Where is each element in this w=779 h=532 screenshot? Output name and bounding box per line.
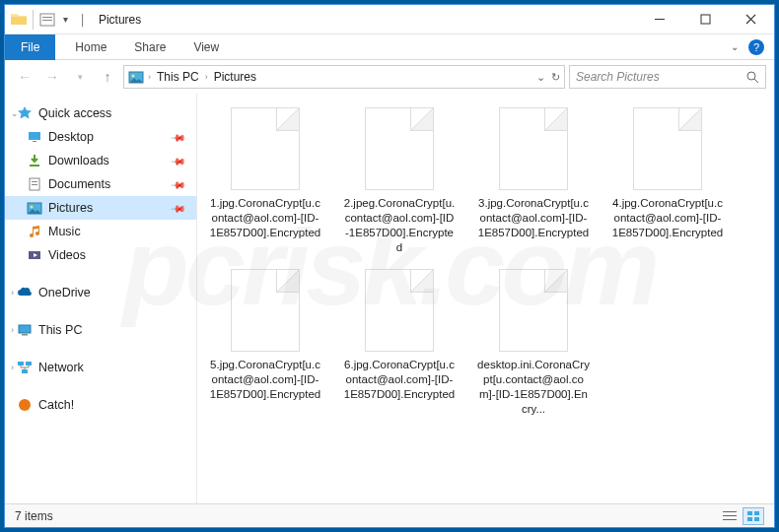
tab-share[interactable]: Share [120,34,179,60]
svg-rect-24 [723,511,737,512]
documents-icon [27,176,42,192]
svg-point-23 [19,399,31,411]
forward-button[interactable]: → [40,65,64,89]
explorer-window: ▾ │ Pictures File Home Share View ⌄ ? ← [4,4,775,528]
svg-rect-28 [754,511,759,515]
file-icon [365,269,434,352]
svg-rect-26 [723,519,737,520]
sidebar-item-label: Documents [48,177,110,191]
file-item[interactable]: 1.jpg.CoronaCrypt[u.contact@aol.com]-[ID… [205,103,325,259]
window-title: Pictures [95,13,141,27]
desktop-icon [27,129,42,145]
pin-icon: 📌 [171,200,186,216]
file-name: 4.jpg.CoronaCrypt[u.contact@aol.com]-[ID… [611,196,724,240]
sidebar-item-pictures[interactable]: Pictures📌 [5,196,196,220]
search-icon [746,71,759,84]
svg-rect-18 [19,325,31,333]
sidebar-item-desktop[interactable]: Desktop📌 [5,125,196,149]
file-item[interactable]: 2.jpeg.CoronaCrypt[u.contact@aol.com]-[I… [339,103,460,259]
file-item[interactable]: 6.jpg.CoronaCrypt[u.contact@aol.com]-[ID… [339,265,460,421]
file-icon [231,269,300,352]
pc-icon [17,322,33,338]
search-input[interactable]: Search Pictures [569,65,766,89]
svg-point-7 [747,72,755,80]
ribbon-collapse-icon[interactable]: ⌄ [731,41,739,52]
file-name: 3.jpg.CoronaCrypt[u.contact@aol.com]-[ID… [477,196,590,240]
videos-icon [27,247,42,263]
details-view-button[interactable] [719,507,741,525]
pictures-icon [27,200,42,216]
svg-rect-21 [26,362,32,366]
file-item[interactable]: 4.jpg.CoronaCrypt[u.contact@aol.com]-[ID… [607,103,728,259]
breadcrumb-thispc[interactable]: This PC [155,70,201,84]
breadcrumb-pictures[interactable]: Pictures [212,70,258,84]
sidebar-item-downloads[interactable]: Downloads📌 [5,149,196,172]
file-name: 1.jpg.CoronaCrypt[u.contact@aol.com]-[ID… [209,196,321,240]
file-item[interactable]: 5.jpg.CoronaCrypt[u.contact@aol.com]-[ID… [205,265,325,421]
sidebar-quick-access[interactable]: ⌄ Quick access [5,101,196,125]
sidebar-item-label: Videos [48,248,86,262]
navigation-pane: ⌄ Quick access Desktop📌Downloads📌Documen… [5,94,197,503]
refresh-icon[interactable]: ↻ [551,71,560,84]
minimize-button[interactable] [638,5,683,34]
svg-rect-29 [747,517,752,521]
expand-icon[interactable]: › [11,325,14,335]
svg-rect-3 [655,19,665,20]
up-button[interactable]: ↑ [96,65,119,89]
file-grid[interactable]: 1.jpg.CoronaCrypt[u.contact@aol.com]-[ID… [197,94,774,503]
pin-icon: 📌 [171,176,186,192]
svg-point-16 [31,206,34,209]
sidebar-item-label: Downloads [48,154,109,167]
back-button[interactable]: ← [13,65,36,89]
music-icon [27,224,42,239]
help-icon[interactable]: ? [748,39,764,55]
svg-line-8 [754,79,758,83]
file-icon [365,107,434,190]
collapse-icon[interactable]: ⌄ [11,108,19,118]
sidebar-item-documents[interactable]: Documents📌 [5,172,196,196]
sidebar-item-label: Desktop [48,130,94,144]
sidebar-item-label: Pictures [48,201,93,215]
svg-rect-10 [33,141,36,142]
catch-icon [17,397,33,413]
file-item[interactable]: 3.jpg.CoronaCrypt[u.contact@aol.com]-[ID… [473,103,594,259]
recent-locations-icon[interactable]: ▾ [68,65,92,89]
sidebar-item-music[interactable]: Music [5,220,196,243]
address-bar[interactable]: › This PC › Pictures ⌄ ↻ [123,65,565,89]
file-item[interactable]: desktop.ini.CoronaCrypt[u.contact@aol.co… [473,265,594,421]
folder-icon [11,12,27,28]
large-icons-view-button[interactable] [743,507,764,525]
sidebar-network[interactable]: › Network [5,356,196,379]
sidebar-this-pc[interactable]: › This PC [5,318,196,342]
tab-home[interactable]: Home [61,34,120,60]
titlebar-separator: │ [76,14,91,26]
address-dropdown-icon[interactable]: ⌄ [536,71,545,84]
pin-icon: 📌 [171,129,186,145]
sidebar-onedrive[interactable]: › OneDrive [5,281,196,304]
svg-rect-19 [22,334,28,336]
sidebar-item-videos[interactable]: Videos [5,243,196,267]
svg-rect-2 [42,20,52,21]
navigation-bar: ← → ▾ ↑ › This PC › Pictures ⌄ ↻ Search … [5,60,774,94]
svg-rect-9 [29,132,40,140]
expand-icon[interactable]: › [11,363,14,372]
file-icon [499,107,568,190]
qat-dropdown-icon[interactable]: ▾ [59,14,72,25]
ribbon: File Home Share View ⌄ ? [5,34,774,60]
svg-rect-11 [30,165,39,166]
properties-icon[interactable] [39,12,55,28]
file-tab[interactable]: File [5,34,55,60]
expand-icon[interactable]: › [11,288,14,298]
sidebar-item-label: Music [48,225,81,238]
svg-rect-1 [42,17,52,18]
sidebar-catch[interactable]: Catch! [5,393,196,417]
close-button[interactable] [729,5,774,34]
pictures-icon [128,69,144,85]
svg-rect-20 [18,362,24,366]
maximize-button[interactable] [683,5,729,34]
tab-view[interactable]: View [179,34,233,60]
svg-point-6 [132,75,135,78]
file-icon [231,107,300,190]
chevron-right-icon[interactable]: › [203,72,210,82]
chevron-right-icon[interactable]: › [146,72,153,82]
